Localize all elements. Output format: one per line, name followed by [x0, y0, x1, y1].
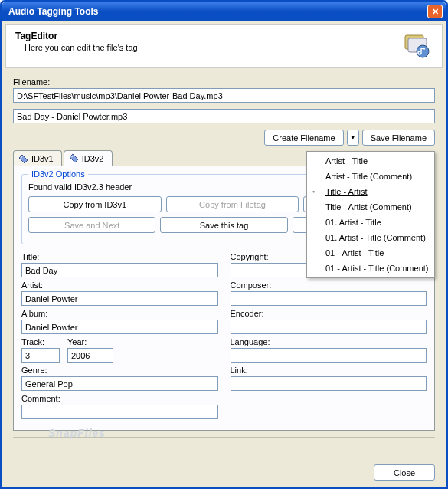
composer-label: Composer:	[231, 281, 427, 290]
menu-item-title-artist-comment[interactable]: Title - Artist (Comment)	[307, 199, 434, 215]
create-filename-dropdown-arrow[interactable]: ▼	[347, 130, 359, 146]
tag-icon	[69, 153, 79, 163]
comment-label: Comment:	[21, 394, 218, 403]
artist-label: Artist:	[21, 281, 218, 290]
copy-from-id3v1-button[interactable]: Copy from ID3v1	[28, 196, 162, 212]
filename-label: Filename:	[13, 77, 435, 87]
window: Audio Tagging Tools ✕ TagEditor Here you…	[0, 0, 448, 489]
menu-item-artist-title[interactable]: Artist - Title	[307, 153, 434, 169]
composer-input[interactable]	[231, 291, 427, 306]
album-input[interactable]	[21, 320, 218, 334]
svg-point-3	[21, 156, 22, 158]
tab-id3v1[interactable]: ID3v1	[13, 150, 62, 166]
title-input[interactable]	[21, 263, 218, 277]
tab-id3v1-label: ID3v1	[31, 154, 54, 163]
titlebar[interactable]: Audio Tagging Tools ✕	[2, 2, 446, 21]
tag-files-icon	[402, 31, 433, 61]
menu-item-title-artist[interactable]: ◦Title - Artist	[307, 184, 434, 199]
save-filename-button[interactable]: Save Filename	[362, 130, 435, 146]
filename-input[interactable]	[13, 88, 435, 103]
close-button[interactable]: Close	[374, 464, 435, 481]
title-label: Title:	[21, 252, 218, 261]
save-this-tag-button[interactable]: Save this tag	[160, 217, 287, 233]
encoder-label: Encoder:	[231, 309, 427, 318]
genre-input[interactable]	[21, 376, 218, 391]
tag-icon	[18, 154, 28, 164]
create-filename-button[interactable]: Create Filename	[264, 130, 343, 146]
artist-input[interactable]	[21, 291, 218, 306]
save-and-next-button: Save and Next	[28, 217, 155, 233]
comment-input[interactable]	[21, 405, 218, 419]
encoder-input[interactable]	[231, 320, 427, 334]
close-icon[interactable]: ✕	[427, 5, 443, 18]
filename-format-menu: Artist - Title Artist - Title (Comment) …	[306, 151, 435, 278]
separator	[13, 437, 435, 438]
menu-item-01-dash-artist-title[interactable]: 01 - Artist - Title	[307, 245, 434, 261]
tab-id3v2[interactable]: ID3v2	[64, 150, 113, 166]
tab-id3v2-label: ID3v2	[82, 154, 104, 163]
genre-label: Genre:	[21, 366, 218, 375]
page-subtitle: Here you can edit the file's tag	[15, 43, 402, 52]
svg-point-4	[71, 156, 73, 157]
year-input[interactable]	[67, 348, 113, 363]
menu-item-artist-title-comment[interactable]: Artist - Title (Comment)	[307, 169, 434, 184]
window-title: Audio Tagging Tools	[8, 6, 427, 17]
menu-item-01-dot-artist-title-comment[interactable]: 01. Artist - Title (Comment)	[307, 230, 434, 245]
radio-selected-icon: ◦	[312, 188, 315, 195]
track-label: Track:	[21, 337, 60, 346]
filename-preview-input[interactable]	[13, 109, 435, 123]
header-section: TagEditor Here you can edit the file's t…	[5, 24, 443, 68]
year-label: Year:	[67, 337, 113, 346]
link-input[interactable]	[231, 376, 427, 391]
language-label: Language:	[231, 337, 427, 346]
menu-item-01-dash-artist-title-comment[interactable]: 01 - Artist - Title (Comment)	[307, 261, 434, 276]
group-title: ID3v2 Options	[28, 169, 88, 179]
link-label: Link:	[231, 366, 427, 375]
track-input[interactable]	[21, 348, 60, 363]
copy-from-filetag-button: Copy from Filetag	[166, 196, 299, 212]
page-title: TagEditor	[15, 31, 402, 41]
menu-item-01-dot-artist-title[interactable]: 01. Artist - Title	[307, 215, 434, 230]
album-label: Album:	[21, 309, 218, 318]
language-input[interactable]	[231, 348, 427, 363]
